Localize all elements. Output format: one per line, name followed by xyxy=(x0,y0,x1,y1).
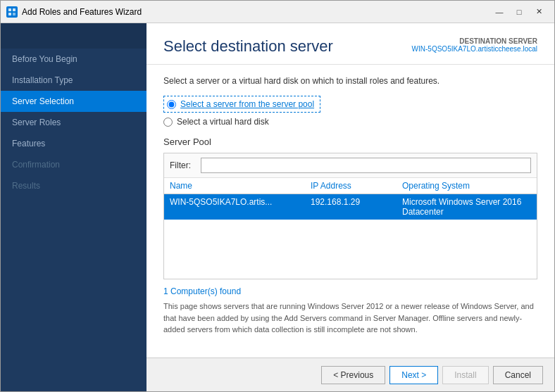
table-header: Name IP Address Operating System xyxy=(164,178,537,194)
sidebar-header xyxy=(1,23,146,49)
sidebar-item-before-you-begin[interactable]: Before You Begin xyxy=(1,49,146,70)
cell-os: Microsoft Windows Server 2016 Datacenter xyxy=(402,197,531,217)
wizard-window: Add Roles and Features Wizard — □ ✕ Befo… xyxy=(0,0,555,392)
col-header-name: Name xyxy=(170,181,311,191)
dest-server-label: DESTINATION SERVER xyxy=(412,37,537,45)
close-button[interactable]: ✕ xyxy=(529,4,549,20)
app-icon xyxy=(6,6,18,18)
col-header-os: Operating System xyxy=(402,181,531,191)
radio-server-pool[interactable] xyxy=(167,100,176,109)
info-text: This page shows servers that are running… xyxy=(163,301,537,336)
title-bar-controls: — □ ✕ xyxy=(489,4,549,20)
next-button[interactable]: Next > xyxy=(389,366,438,384)
minimize-button[interactable]: — xyxy=(489,4,509,20)
svg-rect-0 xyxy=(8,8,11,11)
radio-group: Select a server from the server pool Sel… xyxy=(163,96,537,127)
dest-server-name: WIN-5QSO5IKA7LO.artisticcheese.local xyxy=(412,45,537,53)
svg-rect-3 xyxy=(13,13,15,15)
table-body: WIN-5QSO5IKA7LO.artis... 192.168.1.29 Mi… xyxy=(164,194,537,279)
radio-option-vhd[interactable]: Select a virtual hard disk xyxy=(163,117,537,127)
sidebar-item-installation-type[interactable]: Installation Type xyxy=(1,70,146,91)
server-pool-label: Server Pool xyxy=(163,137,537,147)
found-text: 1 Computer(s) found xyxy=(163,286,537,296)
svg-rect-1 xyxy=(13,8,15,11)
sidebar-item-results: Results xyxy=(1,175,146,196)
filter-row: Filter: xyxy=(164,153,537,178)
sidebar-item-confirmation: Confirmation xyxy=(1,154,146,175)
sidebar-item-server-selection[interactable]: Server Selection xyxy=(1,91,146,112)
filter-label: Filter: xyxy=(170,160,195,170)
destination-server-info: DESTINATION SERVER WIN-5QSO5IKA7LO.artis… xyxy=(412,37,537,53)
sidebar-item-features[interactable]: Features xyxy=(1,133,146,154)
svg-rect-2 xyxy=(8,13,11,15)
wizard-body: Before You Begin Installation Type Serve… xyxy=(1,23,554,391)
footer: < Previous Next > Install Cancel xyxy=(146,358,554,391)
cell-name: WIN-5QSO5IKA7LO.artis... xyxy=(170,197,311,217)
title-bar: Add Roles and Features Wizard — □ ✕ xyxy=(1,1,554,23)
radio-vhd-label[interactable]: Select a virtual hard disk xyxy=(177,117,269,127)
radio-server-pool-label[interactable]: Select a server from the server pool xyxy=(180,99,314,109)
instruction-text: Select a server or a virtual hard disk o… xyxy=(163,76,537,86)
main-scroll-area: Select a server or a virtual hard disk o… xyxy=(146,65,554,358)
maximize-button[interactable]: □ xyxy=(509,4,529,20)
cell-ip: 192.168.1.29 xyxy=(311,197,402,217)
main-content: Select destination server DESTINATION SE… xyxy=(146,23,554,391)
previous-button[interactable]: < Previous xyxy=(321,366,385,384)
radio-option-server-pool[interactable]: Select a server from the server pool xyxy=(163,96,537,113)
sidebar-item-server-roles[interactable]: Server Roles xyxy=(1,112,146,133)
sidebar: Before You Begin Installation Type Serve… xyxy=(1,23,146,391)
radio-vhd[interactable] xyxy=(163,118,173,127)
page-title: Select destination server xyxy=(163,37,333,56)
title-bar-text: Add Roles and Features Wizard xyxy=(22,7,489,17)
install-button: Install xyxy=(442,366,488,384)
filter-input[interactable] xyxy=(201,158,531,173)
table-row[interactable]: WIN-5QSO5IKA7LO.artis... 192.168.1.29 Mi… xyxy=(164,194,537,220)
col-header-ip: IP Address xyxy=(311,181,402,191)
cancel-button[interactable]: Cancel xyxy=(493,366,543,384)
main-header: Select destination server DESTINATION SE… xyxy=(146,23,554,65)
server-pool-container: Filter: Name IP Address Operating System… xyxy=(163,153,537,279)
